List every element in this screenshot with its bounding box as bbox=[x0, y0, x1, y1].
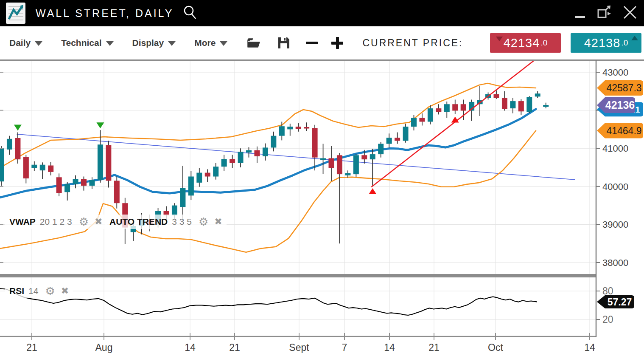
auto-trend-settings-gear-icon[interactable]: ⚙ bbox=[199, 216, 208, 227]
candle-body bbox=[419, 118, 425, 122]
candle-body bbox=[64, 184, 70, 192]
svg-text:14: 14 bbox=[384, 342, 395, 353]
candle-body bbox=[296, 127, 301, 129]
sell-price-button[interactable]: 42134 .0 bbox=[490, 33, 561, 53]
candle-body bbox=[436, 108, 441, 112]
svg-text:41464.9: 41464.9 bbox=[606, 125, 641, 136]
svg-text:7: 7 bbox=[342, 342, 347, 353]
zoom-in-icon[interactable] bbox=[331, 37, 344, 49]
candle-body bbox=[304, 127, 309, 129]
candle-body bbox=[428, 108, 433, 121]
candle-body bbox=[370, 154, 375, 159]
candle-body bbox=[444, 104, 450, 112]
svg-text:Oct: Oct bbox=[488, 342, 503, 353]
candle-body bbox=[180, 188, 185, 207]
candle-body bbox=[98, 144, 103, 180]
purple-price-tag: 42136 bbox=[597, 97, 635, 113]
chevron-down-icon bbox=[168, 41, 176, 46]
svg-text:14: 14 bbox=[185, 342, 196, 353]
svg-text:42136: 42136 bbox=[605, 99, 635, 111]
candle-body bbox=[172, 206, 177, 215]
orange-price-tag: 42587.3 bbox=[597, 80, 643, 96]
menu-technical[interactable]: Technical bbox=[61, 38, 113, 48]
svg-text:Sept: Sept bbox=[289, 342, 309, 353]
menu-display[interactable]: Display bbox=[132, 38, 176, 48]
candle-body bbox=[502, 98, 507, 109]
menu-label: More bbox=[194, 38, 216, 48]
candle-body bbox=[7, 139, 12, 150]
candle-body bbox=[403, 127, 409, 141]
svg-text:21: 21 bbox=[428, 342, 440, 353]
buy-price-button[interactable]: 42138 .0 bbox=[571, 33, 641, 53]
chart-toolbar: Daily Technical Display More bbox=[0, 26, 644, 59]
open-folder-icon[interactable] bbox=[247, 37, 260, 49]
candle-body bbox=[81, 179, 87, 186]
candle-body bbox=[106, 145, 111, 181]
candle-body bbox=[378, 144, 384, 154]
chevron-down-icon bbox=[35, 41, 42, 46]
svg-text:39000: 39000 bbox=[602, 219, 628, 230]
svg-text:80: 80 bbox=[602, 285, 613, 297]
candle-body bbox=[0, 148, 4, 181]
close-button[interactable] bbox=[623, 5, 637, 21]
menu-timeframe-daily[interactable]: Daily bbox=[9, 38, 42, 48]
trading-chart-window: 4300041000400003900038000802021Aug1421Se… bbox=[0, 0, 644, 356]
candle-body bbox=[205, 173, 210, 177]
rsi-indicator-label: RSI 14 ⚙ ✖ bbox=[5, 284, 73, 298]
auto-trend-params: 3 3 5 bbox=[172, 217, 192, 227]
zoom-out-icon[interactable] bbox=[305, 40, 318, 45]
rsi-name: RSI bbox=[9, 286, 24, 296]
svg-text:57.27: 57.27 bbox=[608, 297, 632, 308]
rsi-remove-icon[interactable]: ✖ bbox=[61, 286, 69, 296]
candle-body bbox=[40, 165, 45, 170]
vwap-name: VWAP bbox=[9, 217, 36, 227]
price-up-arrow-icon bbox=[631, 36, 638, 40]
search-icon[interactable] bbox=[183, 5, 197, 22]
rsi-params: 14 bbox=[28, 286, 38, 296]
rsi-settings-gear-icon[interactable]: ⚙ bbox=[45, 285, 55, 297]
auto-trend-remove-icon[interactable]: ✖ bbox=[214, 217, 222, 226]
app-logo-chart-icon bbox=[6, 3, 25, 24]
title-bar: WALL STREET, DAILY bbox=[0, 0, 644, 26]
candle-body bbox=[230, 159, 235, 163]
candle-body bbox=[526, 97, 532, 112]
svg-text:42587.3: 42587.3 bbox=[606, 82, 641, 93]
candle-body bbox=[494, 94, 499, 98]
candle-body bbox=[320, 158, 326, 160]
candle-body bbox=[221, 159, 227, 167]
candle-body bbox=[48, 166, 53, 172]
orange-price-tag: 41464.9 bbox=[597, 123, 643, 138]
chevron-down-icon bbox=[220, 41, 227, 46]
vwap-indicator-label: VWAP 20 1 2 3 ⚙ ✖ bbox=[5, 215, 107, 229]
price-down-arrow-icon bbox=[496, 37, 503, 41]
candle-body bbox=[23, 157, 29, 178]
candle-body bbox=[254, 150, 260, 156]
vwap-remove-icon[interactable]: ✖ bbox=[95, 217, 102, 226]
svg-text:21: 21 bbox=[26, 342, 37, 353]
save-icon[interactable] bbox=[277, 37, 290, 49]
vwap-settings-gear-icon[interactable]: ⚙ bbox=[79, 216, 89, 227]
candle-body bbox=[411, 118, 417, 127]
sell-price-value: 42134 bbox=[504, 36, 540, 50]
candle-body bbox=[15, 138, 20, 159]
popout-button[interactable] bbox=[596, 5, 612, 22]
candle-body bbox=[246, 150, 252, 153]
candle-body bbox=[518, 101, 524, 111]
svg-text:43000: 43000 bbox=[602, 67, 628, 78]
candle-body bbox=[345, 173, 350, 175]
menu-more[interactable]: More bbox=[194, 38, 227, 48]
candle-body bbox=[361, 155, 367, 159]
vwap-params: 20 1 2 3 bbox=[40, 217, 72, 227]
candle-body bbox=[238, 152, 244, 163]
candle-body bbox=[353, 155, 359, 174]
candle-body bbox=[287, 127, 293, 129]
candle-body bbox=[114, 181, 120, 203]
candle-body bbox=[213, 167, 218, 176]
candle-body bbox=[329, 158, 334, 168]
candle-body bbox=[89, 180, 95, 186]
candle-body bbox=[452, 104, 458, 110]
menu-label: Technical bbox=[61, 38, 101, 48]
minimize-button[interactable] bbox=[574, 5, 585, 21]
svg-text:Aug: Aug bbox=[95, 342, 113, 353]
svg-text:40000: 40000 bbox=[602, 181, 628, 192]
